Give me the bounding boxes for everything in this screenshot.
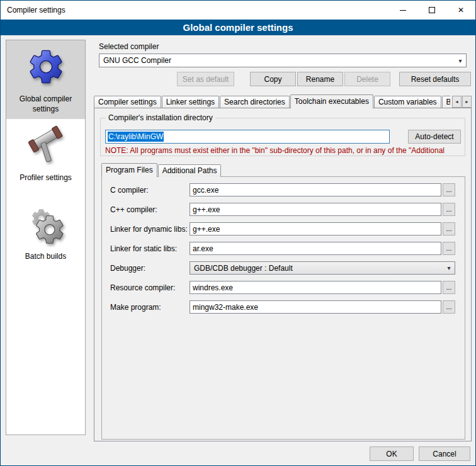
selected-compiler-dropdown[interactable]: GNU GCC Compiler ▾: [99, 54, 467, 67]
arrow-left-icon: ◄: [455, 99, 459, 104]
copy-button[interactable]: Copy: [250, 72, 296, 86]
minimize-icon: [400, 10, 406, 11]
sidebar-item-label: Profiler settings: [20, 173, 72, 183]
tab-scroll-right-button[interactable]: ►: [462, 96, 472, 108]
linker-static-input[interactable]: [190, 242, 441, 255]
c-compiler-input[interactable]: [190, 183, 441, 196]
linker-dynamic-input[interactable]: [190, 222, 441, 236]
chevron-down-icon: ▾: [455, 57, 466, 64]
c-compiler-browse-button[interactable]: ...: [443, 183, 455, 196]
set-as-default-button: Set as default: [177, 72, 234, 86]
sidebar-item-profiler-settings[interactable]: Profiler settings: [6, 119, 85, 198]
caption-buttons: ✕: [388, 1, 475, 20]
linker-dynamic-browse-button[interactable]: ...: [443, 222, 455, 236]
blue-gear-icon: [26, 47, 66, 87]
ok-button[interactable]: OK: [370, 446, 414, 461]
cpp-compiler-label: C++ compiler:: [110, 205, 157, 214]
minimize-button[interactable]: [388, 1, 417, 20]
make-program-label: Make program:: [110, 303, 161, 312]
installation-directory-input[interactable]: C:\raylib\MinGW: [105, 130, 390, 144]
linker-static-label: Linker for static libs:: [110, 244, 177, 253]
installation-directory-group-title: Compiler's installation directory: [106, 113, 215, 122]
chevron-down-icon: ▾: [443, 264, 455, 271]
linker-dynamic-label: Linker for dynamic libs:: [110, 225, 188, 234]
program-files-tab-strip: Program Files Additional Paths: [101, 163, 222, 177]
tab-compiler-settings[interactable]: Compiler settings: [94, 96, 161, 108]
tab-toolchain-executables[interactable]: Toolchain executables: [290, 94, 373, 108]
make-program-input[interactable]: [190, 300, 441, 314]
cpp-compiler-input[interactable]: [190, 203, 441, 216]
selected-compiler-value: GNU GCC Compiler: [103, 56, 171, 65]
delete-button: Delete: [344, 72, 390, 86]
c-compiler-label: C compiler:: [110, 186, 149, 195]
reset-defaults-button[interactable]: Reset defaults: [399, 72, 471, 86]
resource-compiler-label: Resource compiler:: [110, 283, 175, 292]
sidebar-item-label: Batch builds: [25, 252, 66, 262]
debugger-value: GDB/CDB debugger : Default: [194, 264, 293, 273]
selected-compiler-label: Selected compiler: [99, 42, 159, 51]
auto-detect-button[interactable]: Auto-detect: [408, 130, 461, 144]
tab-build-options-truncated[interactable]: Buil: [442, 96, 450, 108]
close-icon: ✕: [458, 6, 464, 14]
selected-text: C:\raylib\MinGW: [108, 132, 164, 142]
sidebar-item-global-compiler-settings[interactable]: Global compiler settings: [6, 40, 85, 119]
cancel-button[interactable]: Cancel: [419, 446, 470, 461]
tab-linker-settings[interactable]: Linker settings: [162, 96, 219, 108]
compiler-settings-dialog: Compiler settings ✕ Global compiler sett…: [0, 0, 476, 466]
resource-compiler-browse-button[interactable]: ...: [443, 281, 455, 294]
close-button[interactable]: ✕: [446, 1, 475, 20]
tab-program-files[interactable]: Program Files: [101, 163, 157, 177]
bin-subdirectory-note: NOTE: All programs must exist either in …: [105, 146, 465, 155]
settings-tab-strip: Compiler settings Linker settings Search…: [94, 94, 450, 108]
arrow-right-icon: ►: [465, 99, 469, 104]
resource-compiler-input[interactable]: [190, 281, 441, 294]
settings-category-sidebar: Global compiler settings Profiler settin…: [6, 40, 86, 435]
make-program-browse-button[interactable]: ...: [443, 300, 455, 314]
dialog-header: Global compiler settings: [1, 20, 475, 35]
tab-custom-variables[interactable]: Custom variables: [374, 96, 441, 108]
sidebar-item-batch-builds[interactable]: Batch builds: [6, 198, 85, 276]
cpp-compiler-browse-button[interactable]: ...: [443, 203, 455, 216]
linker-static-browse-button[interactable]: ...: [443, 242, 455, 255]
debugger-dropdown[interactable]: GDB/CDB debugger : Default ▾: [190, 261, 455, 275]
tab-additional-paths[interactable]: Additional Paths: [158, 164, 222, 177]
debugger-label: Debugger:: [110, 264, 145, 273]
sidebar-item-label: Global compiler settings: [10, 94, 81, 114]
maximize-icon: [429, 7, 435, 13]
rename-button[interactable]: Rename: [297, 72, 343, 86]
window-title: Compiler settings: [1, 6, 65, 14]
maximize-button[interactable]: [417, 1, 446, 20]
tab-search-directories[interactable]: Search directories: [220, 96, 290, 108]
title-bar: Compiler settings ✕: [1, 1, 475, 20]
tab-scroll-left-button[interactable]: ◄: [452, 96, 462, 108]
hammer-icon: [26, 125, 66, 166]
gray-gears-icon: [26, 204, 66, 244]
